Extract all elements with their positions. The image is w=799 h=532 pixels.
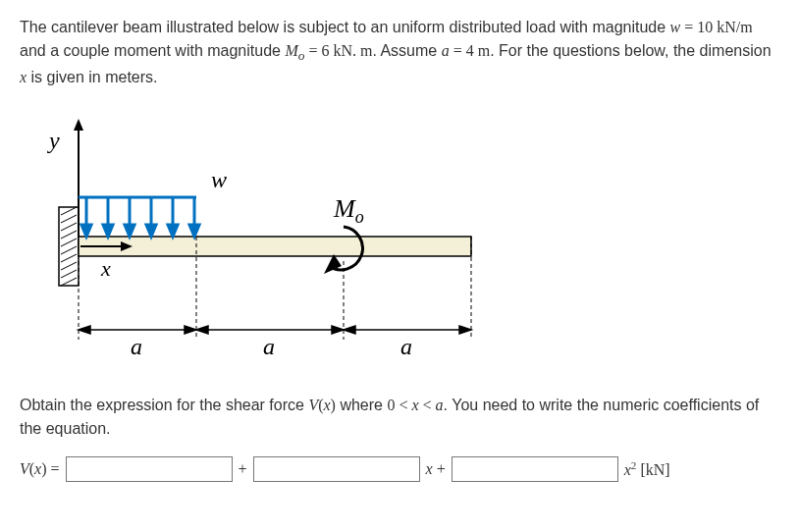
svg-marker-24 [168,225,178,237]
x-axis-label: x [100,256,111,281]
problem-text-2: and a couple moment with magnitude [20,42,285,59]
mo-label: Mo [333,194,364,227]
svg-line-3 [61,207,77,215]
svg-line-9 [61,254,77,262]
svg-marker-1 [74,119,83,131]
a-label-3: a [400,334,412,359]
range-expr: 0 < x < a [387,397,443,413]
svg-marker-38 [196,326,208,334]
coefficient-c-input[interactable] [452,456,618,482]
vx-expr: V(x) [308,397,336,413]
instr-2: where [336,397,387,413]
a-label-2: a [263,334,275,359]
a-equation: a = 4 m [442,42,490,59]
answer-label: V(x) = [20,457,60,481]
coefficient-a-input[interactable] [66,456,233,482]
answer-row: V(x) = + x + x2 [kN] [20,456,779,482]
coefficient-b-input[interactable] [253,456,420,482]
problem-statement: The cantilever beam illustrated below is… [20,16,779,89]
a-label-1: a [131,334,142,359]
problem-text-5: is given in meters. [27,69,157,85]
instruction-text: Obtain the expression for the shear forc… [20,394,779,441]
problem-text-3: . Assume [372,42,441,59]
svg-marker-16 [81,225,91,237]
w-label: w [211,167,227,192]
svg-line-6 [61,231,77,239]
svg-line-11 [61,270,77,278]
y-axis-label: y [47,128,60,153]
svg-line-10 [61,262,77,270]
w-equation: w = 10 kN/m [670,19,753,35]
svg-line-4 [61,215,77,223]
instr-1: Obtain the expression for the shear forc… [20,397,308,413]
svg-marker-18 [103,225,113,237]
svg-marker-41 [344,326,355,334]
plus-1: + [239,457,247,481]
svg-line-12 [61,278,77,286]
svg-marker-42 [459,326,471,334]
svg-marker-35 [79,326,90,334]
svg-marker-20 [125,225,134,237]
svg-marker-26 [189,225,199,237]
svg-rect-13 [79,237,471,256]
svg-line-8 [61,246,77,254]
svg-line-7 [61,239,77,246]
svg-line-5 [61,223,77,231]
problem-text-1: The cantilever beam illustrated below is… [20,19,670,35]
beam-figure: y w x Mo [20,109,491,374]
mo-equation: Mo = 6 kN. m [285,42,372,59]
problem-text-4: . For the questions below, the dimension [490,42,771,59]
svg-marker-22 [146,225,156,237]
x-term: x + [426,457,446,481]
unit-label: x2 [kN] [624,457,670,482]
